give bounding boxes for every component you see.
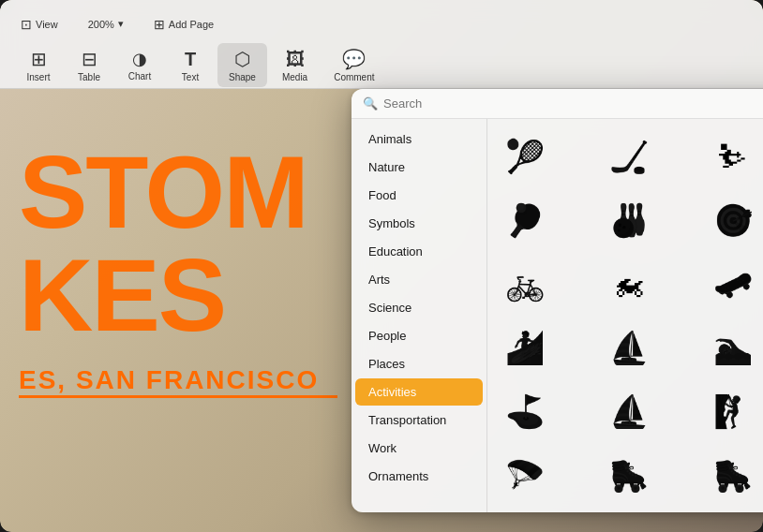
category-item-transportation[interactable]: Transportation bbox=[355, 406, 483, 434]
panel-body: AnimalsNatureFoodSymbolsEducationArtsSci… bbox=[352, 119, 763, 512]
icon-cell-7[interactable]: 🏍 bbox=[601, 256, 657, 312]
main-toolbar: ⊞ Insert ⊟ Table ◑ Chart T Text ⬡ Shape … bbox=[0, 42, 763, 89]
view-icon: ⊡ bbox=[21, 17, 32, 32]
insert-icon: ⊞ bbox=[31, 48, 47, 70]
toolbar-table[interactable]: ⊟ Table bbox=[66, 43, 112, 87]
toolbar-shape[interactable]: ⬡ Shape bbox=[217, 43, 267, 87]
icon-cell-8[interactable]: 🛹 bbox=[705, 256, 761, 312]
bg-text-stom: STOM bbox=[19, 140, 307, 244]
search-icon: 🔍 bbox=[363, 96, 378, 111]
search-input[interactable] bbox=[383, 96, 763, 111]
search-bar: 🔍 bbox=[352, 89, 763, 119]
toolbar-top: ⊡ View 200% ▾ ⊞ Add Page bbox=[0, 0, 763, 42]
icon-cell-11[interactable]: 🏊 bbox=[705, 319, 761, 376]
icon-cell-13[interactable]: ⛵ bbox=[601, 383, 657, 439]
table-label: Table bbox=[78, 72, 100, 82]
icon-cell-3[interactable]: 🏓 bbox=[497, 192, 553, 248]
toolbar-chart[interactable]: ◑ Chart bbox=[116, 44, 163, 86]
icon-cell-15[interactable]: 🪂 bbox=[497, 447, 553, 503]
category-item-arts[interactable]: Arts bbox=[355, 266, 483, 293]
add-page-button[interactable]: ⊞ Add Page bbox=[148, 13, 219, 36]
icons-grid: 🎾🏒⛷🏓🎳🎯🚲🏍🛹🏄⛵🏊⛳⛵🧗🪂🛼🛼 bbox=[487, 119, 763, 512]
text-icon: T bbox=[185, 49, 196, 70]
toolbar-text[interactable]: T Text bbox=[167, 44, 214, 87]
view-label: View bbox=[36, 19, 58, 30]
icon-cell-17[interactable]: 🛼 bbox=[705, 447, 761, 503]
category-item-education[interactable]: Education bbox=[355, 238, 483, 265]
bg-text-kes: KES bbox=[19, 244, 225, 347]
icon-cell-5[interactable]: 🎯 bbox=[705, 192, 761, 248]
toolbar-comment[interactable]: 💬 Comment bbox=[322, 43, 385, 87]
shape-label: Shape bbox=[229, 72, 256, 82]
table-icon: ⊟ bbox=[82, 48, 97, 70]
category-item-people[interactable]: People bbox=[355, 322, 483, 349]
category-item-work[interactable]: Work bbox=[355, 435, 483, 462]
category-list: AnimalsNatureFoodSymbolsEducationArtsSci… bbox=[352, 119, 487, 512]
icon-cell-1[interactable]: 🏒 bbox=[601, 128, 657, 185]
zoom-button[interactable]: 200% ▾ bbox=[82, 14, 129, 34]
icon-cell-10[interactable]: ⛵ bbox=[601, 319, 657, 376]
chart-icon: ◑ bbox=[132, 49, 147, 69]
shape-picker-panel: 🔍 AnimalsNatureFoodSymbolsEducationArtsS… bbox=[352, 89, 763, 512]
bg-text-sf: ES, SAN FRANCISCO bbox=[19, 365, 319, 395]
toolbar: ⊡ View 200% ▾ ⊞ Add Page ⊞ Insert ⊟ Tabl… bbox=[0, 0, 763, 89]
icon-cell-6[interactable]: 🚲 bbox=[497, 256, 553, 312]
insert-label: Insert bbox=[26, 72, 50, 82]
text-label: Text bbox=[182, 72, 199, 82]
comment-icon: 💬 bbox=[342, 48, 366, 70]
category-item-activities[interactable]: Activities bbox=[355, 378, 483, 406]
icon-cell-0[interactable]: 🎾 bbox=[497, 128, 553, 185]
icon-cell-4[interactable]: 🎳 bbox=[601, 192, 657, 248]
add-page-icon: ⊞ bbox=[154, 17, 165, 32]
chart-label: Chart bbox=[128, 71, 151, 81]
category-item-nature[interactable]: Nature bbox=[355, 154, 483, 181]
bg-underline bbox=[19, 395, 337, 398]
media-label: Media bbox=[282, 72, 307, 82]
category-item-science[interactable]: Science bbox=[355, 294, 483, 321]
icon-cell-9[interactable]: 🏄 bbox=[497, 319, 553, 376]
add-page-label: Add Page bbox=[169, 19, 214, 30]
icon-cell-2[interactable]: ⛷ bbox=[705, 128, 761, 185]
view-button[interactable]: ⊡ View bbox=[15, 13, 64, 36]
media-icon: 🖼 bbox=[286, 49, 305, 70]
category-item-animals[interactable]: Animals bbox=[355, 126, 483, 153]
zoom-chevron: ▾ bbox=[118, 18, 124, 30]
category-item-places[interactable]: Places bbox=[355, 350, 483, 377]
icon-cell-12[interactable]: ⛳ bbox=[497, 383, 553, 439]
category-item-symbols[interactable]: Symbols bbox=[355, 210, 483, 237]
icon-cell-16[interactable]: 🛼 bbox=[601, 447, 657, 503]
comment-label: Comment bbox=[334, 72, 374, 82]
shape-icon: ⬡ bbox=[234, 48, 250, 70]
category-item-food[interactable]: Food bbox=[355, 182, 483, 209]
toolbar-media[interactable]: 🖼 Media bbox=[271, 44, 319, 87]
zoom-value: 200% bbox=[88, 19, 114, 30]
toolbar-insert[interactable]: ⊞ Insert bbox=[15, 43, 62, 87]
icon-cell-14[interactable]: 🧗 bbox=[705, 383, 761, 439]
category-item-ornaments[interactable]: Ornaments bbox=[355, 463, 483, 490]
